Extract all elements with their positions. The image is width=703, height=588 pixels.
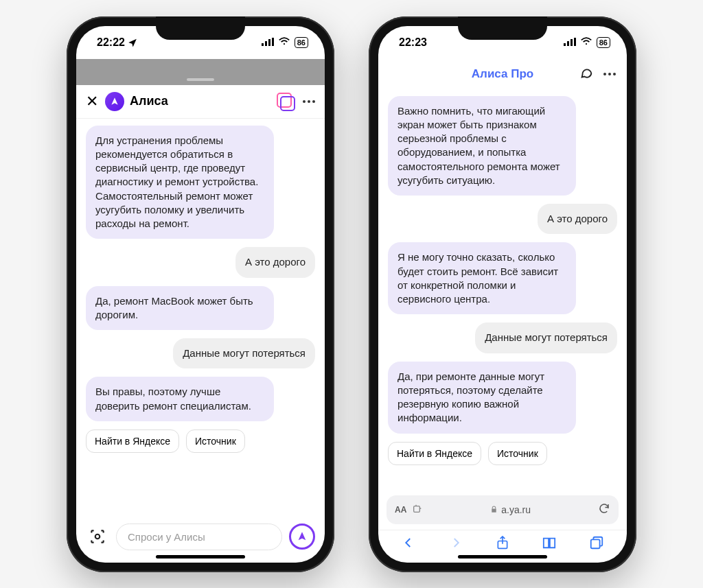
cellular-icon — [262, 36, 274, 49]
reload-icon[interactable] — [598, 502, 610, 517]
user-message: А это дорого — [235, 247, 315, 277]
chat-header: Алиса Про — [378, 59, 627, 89]
svg-rect-8 — [571, 39, 573, 46]
url-domain: a.ya.ru — [501, 504, 531, 515]
bookmarks-icon[interactable] — [540, 536, 558, 552]
svg-rect-6 — [564, 43, 566, 46]
bot-message: Вы правы, поэтому лучше доверить ремонт … — [86, 377, 274, 421]
svg-rect-1 — [265, 41, 267, 46]
more-icon[interactable] — [603, 73, 616, 75]
message-input[interactable]: Спроси у Алисы — [116, 524, 282, 550]
chat-header: ✕ Алиса — [76, 85, 325, 119]
wifi-icon — [580, 36, 592, 49]
chat-body[interactable]: Для устранения проблемы рекомендуется об… — [76, 119, 325, 517]
forward-icon[interactable] — [447, 537, 465, 552]
svg-rect-2 — [268, 39, 270, 46]
share-icon[interactable] — [494, 535, 511, 553]
svg-rect-11 — [414, 506, 420, 513]
location-icon — [128, 38, 137, 47]
chat-body[interactable]: Важно помнить, что мигающий экран может … — [378, 89, 627, 490]
status-time: 22:22 — [97, 36, 125, 49]
back-icon[interactable] — [400, 537, 417, 552]
svg-rect-13 — [591, 539, 600, 548]
svg-point-10 — [586, 43, 587, 44]
svg-rect-3 — [272, 38, 274, 46]
user-message: Данные могут потеряться — [475, 322, 617, 353]
chat-bubble-icon[interactable] — [579, 65, 594, 83]
suggestion-chips: Найти в Яндексе Источник — [86, 430, 245, 453]
chip-search-yandex[interactable]: Найти в Яндексе — [388, 442, 481, 465]
extensions-icon[interactable] — [412, 503, 423, 516]
user-message: Данные могут потеряться — [173, 338, 315, 368]
phone-left: 22:22 86 ✕ — [67, 16, 334, 572]
chat-title: Алиса — [130, 94, 168, 108]
cellular-icon — [564, 36, 576, 49]
home-indicator[interactable] — [156, 555, 245, 558]
alisa-voice-button[interactable] — [289, 524, 315, 550]
suggestion-chips: Найти в Яндексе Источник — [388, 442, 547, 465]
screen: 22:22 86 ✕ — [76, 26, 325, 563]
home-indicator[interactable] — [458, 555, 547, 558]
battery-icon: 86 — [597, 37, 610, 48]
screen: 22:23 86 Алиса Про — [378, 26, 627, 563]
status-time: 22:23 — [399, 36, 427, 49]
notch — [458, 16, 547, 40]
svg-rect-9 — [574, 38, 576, 46]
lock-icon — [490, 504, 498, 515]
chat-title[interactable]: Алиса Про — [472, 67, 533, 81]
chip-source[interactable]: Источник — [186, 430, 245, 453]
svg-rect-7 — [567, 41, 569, 46]
more-icon[interactable] — [303, 100, 315, 103]
sheet-backdrop — [76, 59, 325, 85]
phone-right: 22:23 86 Алиса Про — [369, 16, 636, 572]
gallery-icon[interactable] — [278, 94, 293, 109]
bot-message: Да, при ремонте данные могут потеряться,… — [388, 362, 576, 434]
close-icon[interactable]: ✕ — [86, 93, 98, 110]
bot-message: Для устранения проблемы рекомендуется об… — [86, 126, 274, 239]
reader-mode-icon[interactable]: AA — [395, 505, 406, 515]
sheet-handle[interactable] — [187, 78, 214, 81]
lens-icon[interactable] — [86, 525, 109, 548]
svg-point-4 — [284, 43, 285, 44]
battery-icon: 86 — [295, 37, 308, 48]
svg-point-5 — [95, 534, 100, 539]
svg-rect-0 — [262, 43, 264, 46]
alisa-avatar-icon — [105, 92, 124, 111]
bot-message: Я не могу точно сказать, сколько будет с… — [388, 242, 576, 314]
chip-source[interactable]: Источник — [488, 442, 547, 465]
safari-url-bar[interactable]: AA a.ya.ru — [387, 495, 619, 524]
bot-message: Важно помнить, что мигающий экран может … — [388, 96, 576, 196]
bot-message: Да, ремонт MacBook может быть дорогим. — [86, 286, 274, 331]
tabs-icon[interactable] — [588, 535, 606, 553]
chip-search-yandex[interactable]: Найти в Яндексе — [86, 430, 179, 453]
wifi-icon — [278, 36, 290, 49]
user-message: А это дорого — [538, 204, 617, 234]
notch — [156, 16, 245, 40]
